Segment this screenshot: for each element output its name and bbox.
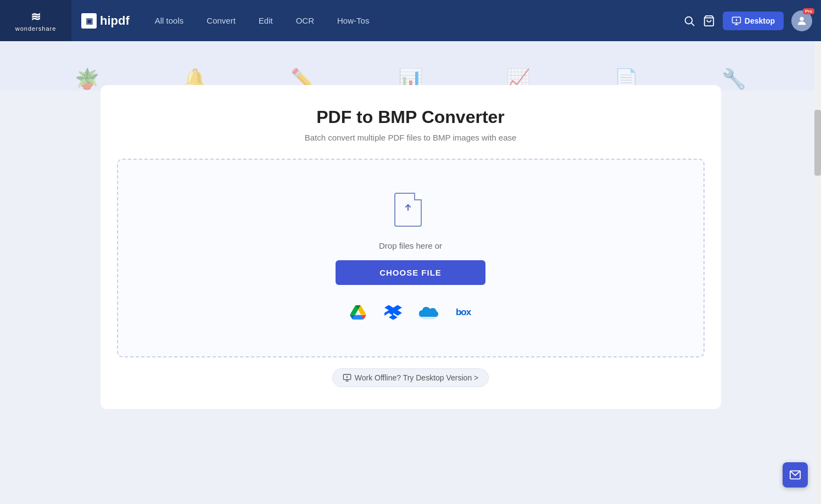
file-corner bbox=[414, 193, 422, 200]
deco-tool: 🔧 bbox=[722, 68, 746, 91]
hero-decorations: 🪴 🔔 ✏️ 📊 📈 📄 🔧 bbox=[0, 41, 821, 91]
pro-badge: Pro bbox=[803, 8, 814, 14]
upload-arrow-icon bbox=[401, 201, 415, 218]
google-drive-button[interactable] bbox=[347, 301, 369, 323]
svg-point-0 bbox=[685, 16, 692, 24]
hipdf-label: hipdf bbox=[100, 14, 130, 28]
user-icon bbox=[796, 15, 808, 27]
nav-all-tools[interactable]: All tools bbox=[146, 12, 193, 30]
svg-point-6 bbox=[800, 16, 803, 20]
deco-plant: 🪴 bbox=[75, 68, 99, 91]
search-button[interactable] bbox=[683, 15, 695, 27]
desktop-button[interactable]: Desktop bbox=[723, 12, 784, 30]
drop-zone[interactable]: Drop files here or CHOOSE FILE bbox=[117, 159, 705, 357]
nav-edit[interactable]: Edit bbox=[250, 12, 282, 30]
hipdf-icon: ▣ bbox=[81, 13, 97, 29]
dropbox-button[interactable] bbox=[382, 301, 404, 323]
nav-ocr[interactable]: OCR bbox=[287, 12, 323, 30]
nav-how-tos[interactable]: How-Tos bbox=[328, 12, 378, 30]
cart-icon bbox=[703, 15, 715, 27]
box-icon: box bbox=[456, 307, 471, 318]
choose-file-button[interactable]: CHOOSE FILE bbox=[336, 260, 485, 285]
onedrive-button[interactable] bbox=[417, 301, 439, 323]
scrollbar-track[interactable] bbox=[814, 0, 821, 504]
upload-icon-container bbox=[394, 193, 427, 231]
onedrive-icon bbox=[418, 305, 439, 320]
wondershare-label: wondershare bbox=[15, 25, 57, 32]
search-icon bbox=[683, 15, 695, 27]
offline-desktop-link[interactable]: Work Offline? Try Desktop Version > bbox=[332, 368, 489, 387]
desktop-icon bbox=[731, 16, 741, 26]
nav-convert[interactable]: Convert bbox=[198, 12, 244, 30]
cloud-icons: box bbox=[347, 301, 474, 323]
offline-text: Work Offline? Try Desktop Version > bbox=[355, 373, 479, 382]
google-drive-icon bbox=[350, 305, 366, 320]
mail-icon bbox=[789, 469, 801, 481]
desktop-label: Desktop bbox=[745, 16, 775, 25]
nav-actions: Desktop Pro bbox=[683, 10, 812, 31]
svg-line-1 bbox=[691, 23, 694, 26]
chat-button[interactable] bbox=[783, 462, 808, 488]
cart-button[interactable] bbox=[703, 15, 715, 27]
user-avatar-wrap: Pro bbox=[791, 10, 812, 31]
wondershare-icon: ≋ bbox=[31, 10, 41, 24]
navbar: ≋ wondershare ▣ hipdf All tools Convert … bbox=[0, 0, 821, 41]
offline-banner: Work Offline? Try Desktop Version > bbox=[117, 368, 705, 387]
box-button[interactable]: box bbox=[453, 301, 474, 323]
page-subtitle: Batch convert multiple PDF files to BMP … bbox=[117, 133, 705, 142]
hipdf-logo[interactable]: ▣ hipdf bbox=[81, 13, 130, 29]
hero-background: 🪴 🔔 ✏️ 📊 📈 📄 🔧 bbox=[0, 41, 821, 91]
dropbox-icon bbox=[384, 305, 402, 320]
page-title: PDF to BMP Converter bbox=[117, 107, 705, 127]
desktop-small-icon bbox=[343, 373, 351, 382]
scrollbar-thumb[interactable] bbox=[814, 110, 821, 176]
wondershare-logo[interactable]: ≋ wondershare bbox=[0, 0, 71, 41]
main-content: PDF to BMP Converter Batch convert multi… bbox=[0, 91, 821, 436]
file-shape bbox=[394, 193, 422, 227]
drop-text: Drop files here or bbox=[379, 241, 442, 250]
converter-card: PDF to BMP Converter Batch convert multi… bbox=[100, 85, 721, 409]
nav-links: All tools Convert Edit OCR How-Tos bbox=[146, 12, 683, 30]
